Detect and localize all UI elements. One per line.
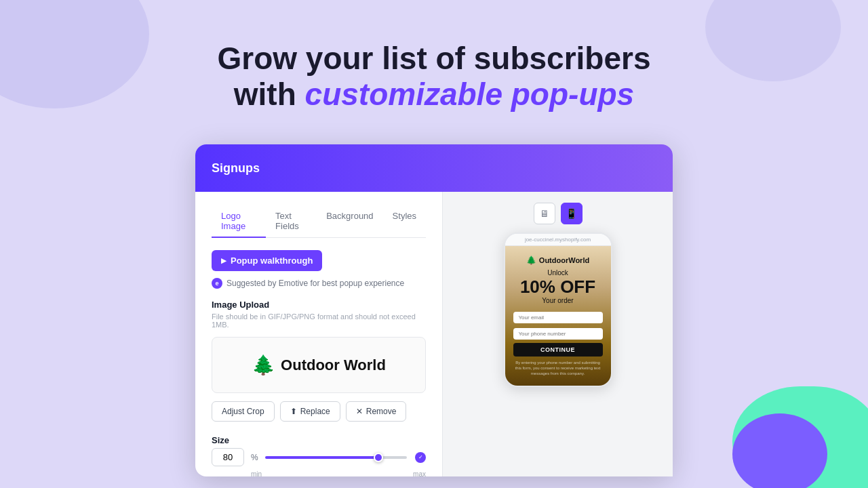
popup-phone-input[interactable] (513, 328, 603, 340)
signups-label: Signups (212, 161, 260, 176)
tab-background[interactable]: Background (317, 205, 382, 238)
phone-mockup: joe-cuccinel.myshopify.com 🌲 OutdoorWorl… (504, 232, 612, 387)
popup-continue-button[interactable]: CONTINUE (513, 343, 603, 357)
size-input[interactable] (212, 448, 244, 466)
size-hints: min max (212, 470, 426, 476)
popup-order: Your order (513, 297, 603, 304)
phone-address-bar: joe-cuccinel.myshopify.com (505, 234, 611, 246)
emotive-icon: e (212, 278, 222, 289)
left-panel: Logo Image Text Fields Background Styles… (195, 192, 443, 476)
headline-plain: with (234, 77, 305, 112)
popup-discount: 10% OFF (513, 278, 603, 296)
signups-bar: Signups (195, 144, 673, 192)
tabs: Logo Image Text Fields Background Styles (212, 205, 426, 238)
mobile-icon: 📱 (566, 208, 577, 219)
max-hint: max (413, 470, 426, 476)
remove-button[interactable]: ✕ Remove (346, 401, 407, 422)
image-upload-title: Image Upload (212, 300, 426, 310)
replace-icon: ⬆ (290, 407, 297, 416)
remove-icon: ✕ (356, 407, 363, 416)
size-row: % ✓ (212, 448, 426, 466)
popup-logo-row: 🌲 OutdoorWorld (513, 256, 603, 265)
tree-icon: 🌲 (252, 354, 275, 376)
popup-email-input[interactable] (513, 312, 603, 323)
logo-text: Outdoor World (281, 357, 386, 374)
walkthrough-label: Popup walkthrough (231, 256, 313, 266)
desktop-view-button[interactable]: 🖥 (534, 203, 555, 224)
main-card: Signups Logo Image Text Fields Backgroun… (195, 144, 673, 476)
max-icon: ✓ (415, 452, 426, 463)
tab-logo-image[interactable]: Logo Image (212, 205, 266, 238)
popup-content: 🌲 OutdoorWorld Unlock 10% OFF Your order… (505, 246, 611, 386)
tab-text-fields[interactable]: Text Fields (266, 205, 317, 238)
action-buttons: Adjust Crop ⬆ Replace ✕ Remove (212, 401, 426, 422)
remove-label: Remove (366, 407, 397, 416)
suggested-note: e Suggested by Emotive for best popup ex… (212, 278, 426, 289)
logo-preview: 🌲 Outdoor World (252, 354, 386, 376)
view-toggle: 🖥 📱 (534, 203, 583, 224)
adjust-crop-label: Adjust Crop (222, 407, 264, 416)
slider-container: ✓ (265, 452, 426, 463)
percent-label: % (251, 453, 258, 462)
desktop-icon: 🖥 (540, 208, 549, 219)
bg-blob-bottom-right-2 (732, 413, 827, 488)
mobile-view-button[interactable]: 📱 (561, 203, 583, 224)
play-icon: ▶ (221, 257, 226, 264)
tab-styles[interactable]: Styles (383, 205, 426, 238)
card-body: Logo Image Text Fields Background Styles… (195, 192, 673, 476)
size-title: Size (212, 435, 426, 445)
image-upload-area[interactable]: 🌲 Outdoor World (212, 337, 426, 393)
replace-button[interactable]: ⬆ Replace (280, 401, 340, 422)
popup-fine-print: By entering your phone number and submit… (513, 361, 603, 376)
headline-accent: customizable pop-ups (305, 77, 635, 112)
size-slider[interactable] (265, 456, 407, 459)
headline-line2: with customizable pop-ups (0, 77, 868, 113)
image-upload-subtitle: File should be in GIF/JPG/PNG format and… (212, 312, 426, 329)
min-hint: min (251, 470, 262, 476)
popup-tree-icon: 🌲 (526, 256, 536, 265)
suggested-text: Suggested by Emotive for best popup expe… (226, 279, 404, 288)
replace-label: Replace (300, 407, 330, 416)
right-panel: 🖥 📱 joe-cuccinel.myshopify.com 🌲 Outdoor… (443, 192, 673, 476)
popup-logo-text: OutdoorWorld (539, 256, 589, 264)
popup-unlock: Unlock (513, 269, 603, 277)
adjust-crop-button[interactable]: Adjust Crop (212, 401, 275, 422)
walkthrough-button[interactable]: ▶ Popup walkthrough (212, 250, 322, 271)
slider-thumb (374, 453, 383, 462)
